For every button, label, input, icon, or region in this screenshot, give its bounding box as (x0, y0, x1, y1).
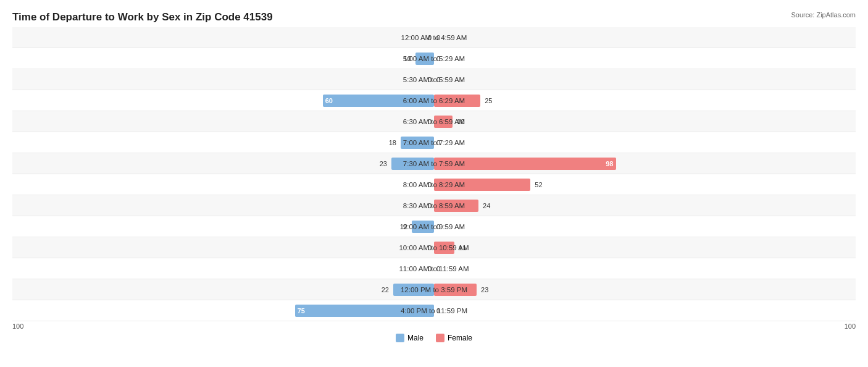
table-row: 6:00 AM to 6:29 AM6025 (12, 90, 856, 111)
table-row: 7:30 AM to 7:59 AM2398 (12, 153, 856, 174)
female-side: 0 (434, 216, 856, 237)
male-side: 0 (12, 258, 434, 279)
legend-female: Female (436, 334, 472, 342)
time-label: 5:00 AM to 5:29 AM (385, 55, 483, 62)
time-label: 12:00 PM to 3:59 PM (385, 286, 483, 293)
axis-right-val: 100 (845, 323, 856, 330)
male-side: 60 (12, 90, 434, 111)
axis-left-val: 100 (12, 323, 23, 330)
female-side: 52 (434, 174, 856, 195)
table-row: 12:00 AM to 4:59 AM00 (12, 27, 856, 48)
time-label: 5:30 AM to 5:59 AM (385, 76, 483, 83)
male-side: 0 (12, 27, 434, 48)
table-row: 12:00 PM to 3:59 PM2223 (12, 279, 856, 300)
time-label: 4:00 PM to 11:59 PM (385, 307, 483, 314)
chart-area: 12:00 AM to 4:59 AM005:00 AM to 5:29 AM1… (12, 27, 856, 321)
table-row: 5:30 AM to 5:59 AM00 (12, 69, 856, 90)
female-side: 0 (434, 48, 856, 69)
time-label: 8:30 AM to 8:59 AM (385, 202, 483, 209)
time-label: 12:00 AM to 4:59 AM (385, 34, 483, 41)
table-row: 11:00 AM to 11:59 AM00 (12, 258, 856, 279)
female-side: 24 (434, 195, 856, 216)
legend-female-label: Female (448, 334, 472, 342)
legend: Male Female (12, 334, 856, 342)
male-side: 0 (12, 195, 434, 216)
time-label: 7:30 AM to 7:59 AM (385, 160, 483, 167)
table-row: 5:00 AM to 5:29 AM100 (12, 48, 856, 69)
male-side: 23 (12, 153, 434, 174)
female-value: 52 (535, 181, 542, 188)
female-side: 0 (434, 300, 856, 321)
female-side: 0 (434, 69, 856, 90)
legend-male-label: Male (407, 334, 424, 342)
chart-container: Time of Departure to Work by Sex in Zip … (0, 0, 868, 367)
table-row: 9:00 AM to 9:59 AM120 (12, 216, 856, 237)
male-side: 0 (12, 111, 434, 132)
legend-female-box (436, 334, 444, 342)
female-side: 23 (434, 279, 856, 300)
source-label: Source: ZipAtlas.com (791, 11, 856, 19)
female-side: 0 (434, 258, 856, 279)
female-side: 0 (434, 27, 856, 48)
male-side: 75 (12, 300, 434, 321)
chart-title: Time of Departure to Work by Sex in Zip … (12, 11, 856, 23)
table-row: 10:00 AM to 10:59 AM011 (12, 237, 856, 258)
male-side: 0 (12, 174, 434, 195)
female-value: 24 (483, 202, 490, 209)
table-row: 8:00 AM to 8:29 AM052 (12, 174, 856, 195)
time-label: 6:00 AM to 6:29 AM (385, 97, 483, 104)
male-side: 0 (12, 237, 434, 258)
time-label: 8:00 AM to 8:29 AM (385, 181, 483, 188)
time-label: 11:00 AM to 11:59 AM (385, 265, 483, 272)
female-side: 98 (434, 153, 856, 174)
legend-male-box (396, 334, 404, 342)
table-row: 7:00 AM to 7:29 AM180 (12, 132, 856, 153)
female-side: 0 (434, 132, 856, 153)
time-label: 6:30 AM to 6:59 AM (385, 118, 483, 125)
female-side: 10 (434, 111, 856, 132)
male-side: 18 (12, 132, 434, 153)
table-row: 4:00 PM to 11:59 PM750 (12, 300, 856, 321)
male-side: 10 (12, 48, 434, 69)
time-label: 10:00 AM to 10:59 AM (385, 244, 483, 251)
female-side: 11 (434, 237, 856, 258)
table-row: 6:30 AM to 6:59 AM010 (12, 111, 856, 132)
female-side: 25 (434, 90, 856, 111)
time-label: 7:00 AM to 7:29 AM (385, 139, 483, 146)
legend-male: Male (396, 334, 424, 342)
time-label: 9:00 AM to 9:59 AM (385, 223, 483, 230)
table-row: 8:30 AM to 8:59 AM024 (12, 195, 856, 216)
male-side: 22 (12, 279, 434, 300)
female-value: 25 (485, 97, 492, 104)
male-side: 0 (12, 69, 434, 90)
male-side: 12 (12, 216, 434, 237)
axis-bottom: 100 100 (12, 323, 856, 330)
